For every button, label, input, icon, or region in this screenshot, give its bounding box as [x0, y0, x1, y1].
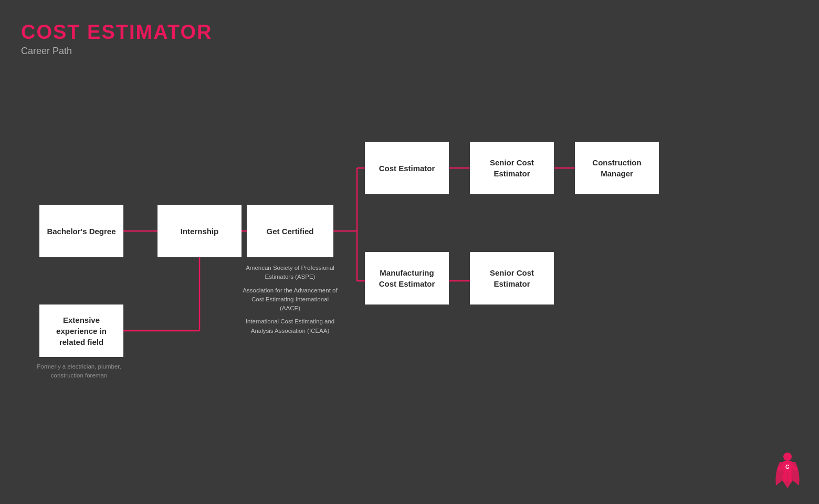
- svg-text:G: G: [785, 464, 790, 470]
- cert-iceaa: International Cost Estimating and Analys…: [242, 317, 339, 335]
- card-construction-manager: Construction Manager: [575, 142, 659, 194]
- card-senior-cost-estimator-bottom: Senior Cost Estimator: [470, 252, 554, 304]
- svg-point-18: [783, 453, 792, 461]
- cert-aspe: American Society of Professional Estimat…: [242, 264, 339, 282]
- svg-rect-20: [783, 472, 787, 482]
- certifications-text: American Society of Professional Estimat…: [242, 264, 339, 335]
- card-bachelors-degree: Bachelor's Degree: [39, 205, 123, 257]
- card-senior-cost-estimator-top: Senior Cost Estimator: [470, 142, 554, 194]
- formerly-text: Formerly a electrician, plumber, constru…: [36, 362, 122, 381]
- svg-rect-21: [788, 472, 792, 482]
- cert-aace: Association for the Advancement of Cost …: [242, 286, 339, 313]
- logo: G: [772, 452, 803, 488]
- page-title: COST ESTIMATOR: [21, 21, 212, 44]
- page-subtitle: Career Path: [21, 46, 212, 57]
- header: COST ESTIMATOR Career Path: [21, 21, 212, 57]
- card-cost-estimator: Cost Estimator: [365, 142, 449, 194]
- card-internship: Internship: [158, 205, 242, 257]
- card-manufacturing-cost-estimator: Manufacturing Cost Estimator: [365, 252, 449, 304]
- card-extensive-experience: Extensive experience in related field: [39, 304, 123, 357]
- card-get-certified: Get Certified: [247, 205, 333, 257]
